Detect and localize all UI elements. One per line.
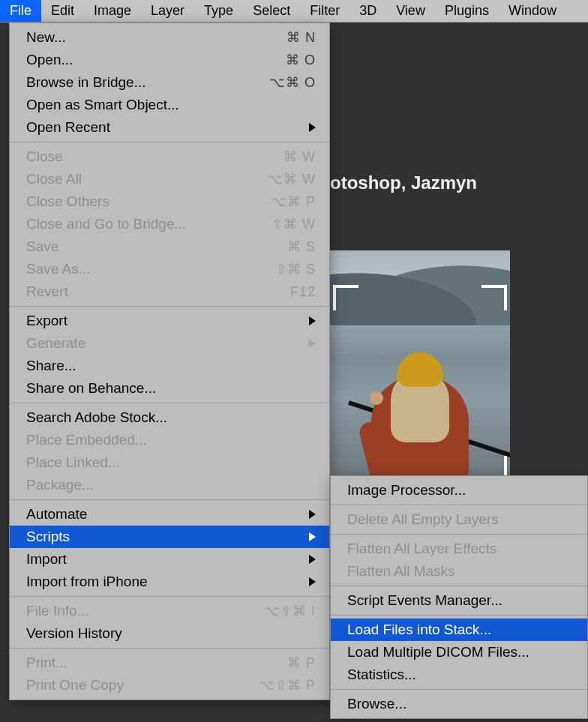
menu-item-label: Delete All Empty Layers (347, 511, 574, 528)
menu-item-browse[interactable]: Browse... (331, 693, 587, 715)
menu-item-label: Import from iPhone (26, 574, 309, 590)
menubar-item-filter[interactable]: Filter (300, 0, 350, 22)
menubar-item-select[interactable]: Select (243, 0, 300, 22)
menu-item-shortcut: ⌥⇧⌘ I (264, 603, 316, 619)
submenu-arrow-icon (309, 532, 316, 541)
menu-item-delete-all-empty-layers: Delete All Empty Layers (331, 508, 587, 531)
menu-item-version-history[interactable]: Version History (10, 622, 329, 645)
menubar-item-3d[interactable]: 3D (350, 0, 386, 22)
menu-item-import-from-iphone[interactable]: Import from iPhone (10, 571, 329, 593)
menu-item-image-processor[interactable]: Image Processor... (331, 479, 587, 502)
menu-item-print: Print...⌘ P (10, 652, 329, 674)
menu-item-close-and-go-to-bridge: Close and Go to Bridge...⇧⌘ W (10, 213, 329, 235)
menu-item-save: Save⌘ S (10, 235, 329, 258)
menu-item-automate[interactable]: Automate (10, 503, 329, 526)
menu-item-label: Statistics... (347, 667, 574, 683)
menu-item-label: Close All (26, 171, 267, 187)
file-menu: New...⌘ NOpen...⌘ OBrowse in Bridge...⌥⌘… (9, 22, 330, 700)
menu-item-shortcut: ⌘ N (286, 29, 316, 46)
menubar-item-window[interactable]: Window (499, 0, 566, 22)
menu-item-open[interactable]: Open...⌘ O (10, 49, 329, 71)
menu-item-share[interactable]: Share... (10, 355, 329, 377)
menu-item-close-all: Close All⌥⌘ W (10, 168, 329, 190)
menu-separator (331, 689, 587, 690)
menu-item-label: Image Processor... (347, 482, 574, 499)
welcome-title: otoshop, Jazmyn (330, 172, 477, 193)
menu-item-scripts[interactable]: Scripts (10, 526, 329, 548)
menubar-item-plugins[interactable]: Plugins (435, 0, 499, 22)
menu-separator (331, 586, 587, 586)
menu-item-label: Revert (26, 283, 290, 300)
menu-item-label: Script Events Manager... (347, 592, 574, 609)
menu-item-label: File Info... (26, 603, 264, 619)
menu-item-save-as: Save As...⇧⌘ S (10, 258, 329, 280)
menu-item-label: Save As... (26, 261, 275, 277)
menubar-item-file[interactable]: File (0, 0, 41, 22)
menu-separator (331, 534, 587, 535)
menu-item-label: Open as Smart Object... (26, 97, 316, 113)
menu-item-shortcut: ⌘ P (287, 655, 316, 671)
menubar-item-edit[interactable]: Edit (41, 0, 84, 22)
menu-item-label: Print... (26, 655, 287, 671)
menu-separator (331, 615, 587, 616)
submenu-arrow-icon (309, 510, 316, 519)
scripts-submenu: Image Processor...Delete All Empty Layer… (330, 475, 588, 719)
menubar-item-image[interactable]: Image (84, 0, 141, 22)
menu-item-label: Load Files into Stack... (347, 622, 574, 638)
menu-item-export[interactable]: Export (10, 310, 329, 332)
submenu-arrow-icon (309, 555, 316, 564)
menu-separator (10, 499, 329, 500)
menu-item-statistics[interactable]: Statistics... (331, 664, 587, 686)
menu-item-place-linked: Place Linked... (10, 451, 329, 474)
menu-item-label: Flatten All Masks (347, 563, 574, 580)
menu-item-flatten-all-masks: Flatten All Masks (331, 560, 587, 583)
menu-item-print-one-copy: Print One Copy⌥⇧⌘ P (10, 674, 329, 697)
menu-item-label: Share... (26, 358, 316, 374)
menu-item-script-events-manager[interactable]: Script Events Manager... (331, 589, 587, 612)
submenu-arrow-icon (309, 577, 316, 586)
menu-item-label: Print One Copy (26, 677, 259, 694)
menu-item-label: Package... (26, 477, 316, 493)
menu-item-package: Package... (10, 474, 329, 496)
menu-item-browse-in-bridge[interactable]: Browse in Bridge...⌥⌘ O (10, 71, 329, 94)
menu-item-shortcut: F12 (290, 284, 316, 300)
menu-item-close: Close⌘ W (10, 145, 329, 168)
menu-separator (10, 403, 329, 403)
menu-item-file-info: File Info...⌥⇧⌘ I (10, 600, 329, 622)
menu-item-label: Close (26, 148, 284, 165)
menubar-item-view[interactable]: View (386, 0, 435, 22)
menu-item-search-adobe-stock[interactable]: Search Adobe Stock... (10, 406, 329, 429)
menu-item-label: Search Adobe Stock... (26, 409, 316, 426)
menu-item-share-on-behance[interactable]: Share on Behance... (10, 377, 329, 400)
menu-item-close-others: Close Others⌥⌘ P (10, 190, 329, 213)
menu-item-label: New... (26, 29, 286, 46)
menu-item-load-multiple-dicom-files[interactable]: Load Multiple DICOM Files... (331, 641, 587, 664)
menu-separator (10, 648, 329, 649)
menu-item-revert: RevertF12 (10, 280, 329, 303)
preview-thumbnail[interactable] (330, 250, 510, 498)
menu-item-generate: Generate (10, 332, 329, 355)
menu-item-open-as-smart-object[interactable]: Open as Smart Object... (10, 94, 329, 116)
submenu-arrow-icon (309, 123, 316, 132)
menu-item-load-files-into-stack[interactable]: Load Files into Stack... (331, 619, 587, 641)
menu-item-shortcut: ⌘ O (286, 52, 316, 68)
menu-item-place-embedded: Place Embedded... (10, 429, 329, 451)
menu-item-shortcut: ⌥⌘ W (267, 171, 316, 187)
menu-item-label: Scripts (26, 529, 309, 545)
menu-item-open-recent[interactable]: Open Recent (10, 116, 329, 139)
menu-item-label: Close Others (26, 193, 271, 210)
menu-item-label: Place Embedded... (26, 432, 316, 448)
menu-item-label: Save (26, 238, 287, 255)
menu-item-flatten-all-layer-effects: Flatten All Layer Effects (331, 538, 587, 560)
menu-item-label: Open Recent (26, 119, 309, 136)
menu-item-label: Version History (26, 625, 316, 642)
menu-separator (10, 142, 329, 142)
menubar-item-type[interactable]: Type (194, 0, 243, 22)
menu-item-shortcut: ⌥⌘ P (271, 193, 316, 210)
menubar: FileEditImageLayerTypeSelectFilter3DView… (0, 0, 588, 22)
menu-item-import[interactable]: Import (10, 548, 329, 571)
menu-item-label: Browse in Bridge... (26, 74, 269, 91)
menubar-item-layer[interactable]: Layer (141, 0, 194, 22)
menu-item-new[interactable]: New...⌘ N (10, 26, 329, 49)
menu-item-label: Share on Behance... (26, 380, 316, 397)
